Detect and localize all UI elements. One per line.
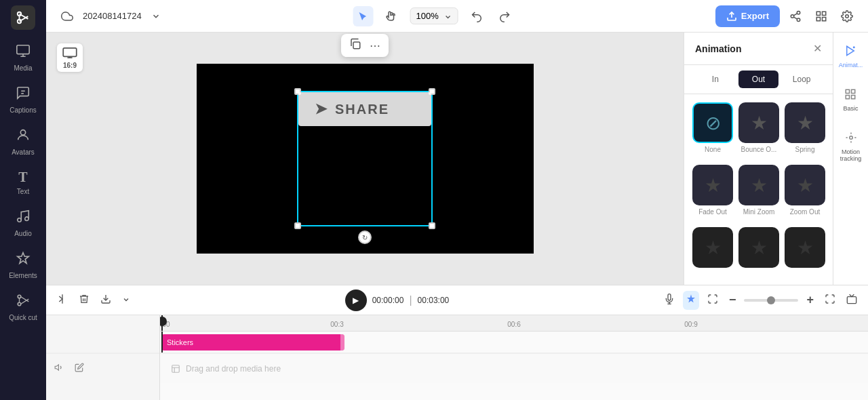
anim-item-bounce-out[interactable]: ★ Bounce O... <box>738 102 779 159</box>
sidebar-item-elements[interactable]: Elements <box>3 245 43 285</box>
main-area: 202408141724 100% <box>46 0 868 400</box>
anim-item-7[interactable]: ★ <box>692 227 733 277</box>
sidebar-item-media[interactable]: Media <box>3 38 43 77</box>
microphone-button[interactable] <box>661 291 677 310</box>
mini-panel-basic[interactable]: Basic <box>839 84 862 117</box>
panel-title: Animation <box>695 43 741 54</box>
cloud-save-button[interactable] <box>57 6 77 26</box>
split-at-playhead-button[interactable] <box>54 291 71 310</box>
zoom-out-timeline-button[interactable]: − <box>726 290 739 310</box>
sidebar-item-quickcut[interactable]: Quick cut <box>3 287 43 327</box>
svg-point-18 <box>797 11 800 14</box>
anim-item-spring[interactable]: ★ Spring <box>785 102 825 159</box>
animation-panel-icon <box>844 45 856 60</box>
anim-thumb-7: ★ <box>692 227 733 268</box>
canvas-ratio-badge[interactable]: 16:9 <box>57 43 83 72</box>
animation-tabs: In Out Loop <box>684 65 833 94</box>
panel-header: Animation ✕ <box>684 33 833 65</box>
clip-right-handle[interactable] <box>340 334 344 351</box>
anim-thumb-8: ★ <box>738 227 779 268</box>
playhead-line <box>161 315 163 331</box>
svg-point-13 <box>18 302 21 306</box>
mini-panel-animation[interactable]: Animat... <box>835 41 867 73</box>
svg-rect-23 <box>816 12 820 15</box>
track-side-controls <box>46 315 160 400</box>
quickcut-icon <box>16 293 31 311</box>
zoom-select[interactable]: 100% <box>410 7 458 24</box>
export-button[interactable]: Export <box>715 5 780 27</box>
anim-thumb-9: ★ <box>785 227 825 268</box>
sidebar-item-captions[interactable]: Captions <box>3 80 43 119</box>
svg-line-22 <box>793 13 797 15</box>
avatars-icon <box>16 127 31 146</box>
anim-thumb-mini-zoom: ★ <box>738 165 779 205</box>
hand-tool-button[interactable] <box>382 6 402 26</box>
svg-line-15 <box>20 297 28 302</box>
share-settings-button[interactable] <box>785 6 806 26</box>
monitor-icon <box>62 46 77 62</box>
fullscreen-button[interactable] <box>822 291 838 310</box>
svg-marker-11 <box>18 253 29 264</box>
download-dropdown-button[interactable] <box>119 292 133 309</box>
redo-button[interactable] <box>494 6 515 26</box>
volume-button[interactable] <box>52 360 66 378</box>
media-drop-row[interactable]: Drag and drop media here <box>160 353 868 383</box>
download-button[interactable] <box>98 291 114 310</box>
settings-button[interactable] <box>837 6 857 26</box>
tab-in[interactable]: In <box>695 71 736 88</box>
anim-thumb-spring: ★ <box>785 102 825 143</box>
zoom-in-timeline-button[interactable]: + <box>804 290 816 310</box>
sidebar-item-audio[interactable]: Audio <box>3 203 43 243</box>
handle-bottom-left[interactable] <box>294 222 301 229</box>
timeline-toolbar: ▶ 00:00:00 | 00:03:00 <box>46 285 868 315</box>
ai-voice-button[interactable] <box>683 291 699 310</box>
panel-close-button[interactable]: ✕ <box>813 42 822 55</box>
undo-button[interactable] <box>466 6 486 26</box>
sidebar-item-text[interactable]: T Text <box>3 164 43 201</box>
zoom-thumb[interactable] <box>767 296 775 304</box>
animation-grid: ⊘ None ★ Bounce O... ★ Spring <box>684 94 833 285</box>
total-time: 00:03:00 <box>418 296 450 305</box>
duplicate-button[interactable] <box>349 38 361 53</box>
svg-line-21 <box>793 17 797 19</box>
split-tool-button[interactable] <box>705 291 721 310</box>
delete-button[interactable] <box>76 291 92 310</box>
handle-bottom-right[interactable] <box>429 222 435 229</box>
sticker-track-controls <box>46 332 159 353</box>
svg-point-35 <box>849 136 852 139</box>
more-options-button[interactable]: ⋯ <box>370 38 380 53</box>
anim-item-fade-out[interactable]: ★ Fade Out <box>692 165 733 222</box>
media-icon <box>16 43 31 62</box>
anim-item-none[interactable]: ⊘ None <box>692 102 733 159</box>
anim-item-zoom-out[interactable]: ★ Zoom Out <box>785 165 825 222</box>
lower-track-controls <box>46 353 159 383</box>
zoom-slider[interactable] <box>744 299 798 302</box>
anim-item-9[interactable]: ★ <box>785 227 825 277</box>
play-button[interactable]: ▶ <box>345 289 367 311</box>
svg-point-30 <box>853 46 855 48</box>
anim-label-bounce-out: Bounce O... <box>741 146 777 153</box>
timeline-content: 00:00 00:3 00:6 00:9 <box>160 315 868 400</box>
rotate-handle[interactable]: ↻ <box>358 231 372 244</box>
anim-item-8[interactable]: ★ <box>738 227 779 277</box>
sidebar-item-avatars[interactable]: Avatars <box>3 122 43 161</box>
project-dropdown-button[interactable] <box>147 7 165 25</box>
sticker-track-row: Stickers <box>160 332 868 353</box>
select-tool-button[interactable] <box>353 6 374 26</box>
svg-rect-42 <box>172 365 180 372</box>
svg-rect-26 <box>823 17 826 20</box>
anim-item-mini-zoom[interactable]: ★ Mini Zoom <box>738 165 779 222</box>
canvas-area: 16:9 ⋯ <box>46 33 684 285</box>
mini-panel-motion[interactable]: Motion tracking <box>833 127 868 167</box>
canvas-panel-area: 16:9 ⋯ <box>46 33 868 285</box>
mini-right-panel: Animat... Basic Motion t <box>833 33 868 285</box>
tab-loop[interactable]: Loop <box>781 71 822 88</box>
pencil-button[interactable] <box>72 360 87 378</box>
captions-toggle-button[interactable] <box>844 291 860 310</box>
tab-out[interactable]: Out <box>738 71 779 88</box>
layout-button[interactable] <box>811 6 831 26</box>
sticker-clip[interactable]: Stickers <box>161 334 344 351</box>
audio-icon <box>16 209 31 227</box>
svg-rect-24 <box>823 12 826 15</box>
basic-panel-icon <box>844 88 856 104</box>
